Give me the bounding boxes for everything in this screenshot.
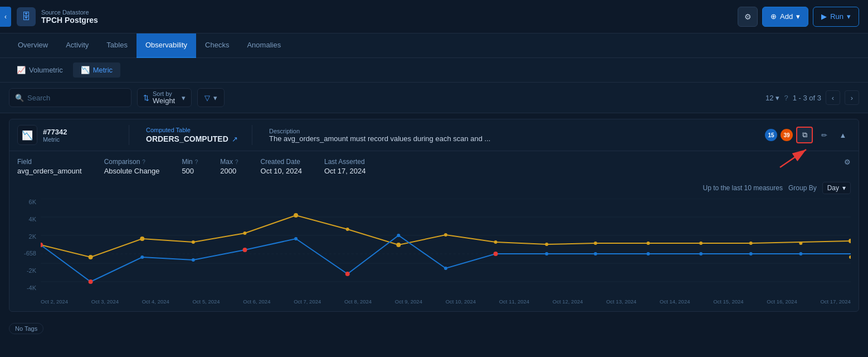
collapse-button[interactable]: ▲ xyxy=(835,127,851,143)
comparison-label: Comparison ? xyxy=(104,158,160,166)
svg-point-38 xyxy=(799,252,802,255)
add-button[interactable]: ⊕ Add ▾ xyxy=(762,7,808,27)
svg-point-36 xyxy=(699,252,703,255)
group-by-select[interactable]: Day ▾ xyxy=(822,182,851,194)
copy-button[interactable]: ⧉ xyxy=(796,127,813,143)
x-label-oct13: Oct 13, 2024 xyxy=(606,298,636,305)
filter-button[interactable]: ▽ ▾ xyxy=(197,88,225,107)
created-date-label: Created Date xyxy=(261,158,302,166)
comparison-help-icon[interactable]: ? xyxy=(142,159,145,165)
chart-y-axis: 6K 4K 2K -658 -2K -4K xyxy=(17,199,38,291)
sort-dropdown[interactable]: ⇅ Sort by Weight ▾ xyxy=(137,88,192,107)
logo-text: Source Datastore TPCH Postgres xyxy=(41,9,98,25)
help-icon[interactable]: ? xyxy=(784,94,788,102)
y-label-4k: 4K xyxy=(17,216,36,223)
page-size-value: 12 xyxy=(765,94,773,102)
min-help-icon[interactable]: ? xyxy=(195,159,198,165)
svg-point-7 xyxy=(89,255,93,259)
svg-point-31 xyxy=(444,267,447,270)
no-tags-button[interactable]: No Tags xyxy=(9,323,43,334)
x-label-oct7: Oct 7, 2024 xyxy=(294,298,321,305)
max-help-icon[interactable]: ? xyxy=(235,159,238,165)
badge-blue[interactable]: 15 xyxy=(765,129,777,141)
page-info: 1 - 3 of 3 xyxy=(793,94,821,102)
svg-point-28 xyxy=(294,237,298,240)
toolbar-right: 12 ▾ ? 1 - 3 of 3 ‹ › xyxy=(765,90,859,105)
x-label-oct14: Oct 14, 2024 xyxy=(660,298,690,305)
svg-point-37 xyxy=(749,252,753,255)
prev-page-button[interactable]: ‹ xyxy=(826,90,840,105)
field-group-max: Max ? 2000 xyxy=(220,158,238,175)
x-label-oct6: Oct 6, 2024 xyxy=(243,298,270,305)
run-label: Run xyxy=(830,12,843,21)
sort-chevron-icon: ▾ xyxy=(182,94,186,102)
tab-checks[interactable]: Checks xyxy=(196,33,238,58)
sub-tab-volumetric[interactable]: 📈 Volumetric xyxy=(9,62,71,78)
y-label-neg4k: -4K xyxy=(17,284,36,291)
x-label-oct16: Oct 16, 2024 xyxy=(767,298,797,305)
expand-link-icon[interactable]: ↗ xyxy=(232,135,238,143)
max-value: 2000 xyxy=(220,167,238,175)
tab-overview[interactable]: Overview xyxy=(9,33,57,58)
run-button[interactable]: ▶ Run ▾ xyxy=(813,7,859,27)
back-button[interactable]: ‹ xyxy=(0,7,11,27)
svg-point-24 xyxy=(89,279,93,284)
svg-point-26 xyxy=(192,258,195,262)
settings-button[interactable]: ⚙ xyxy=(738,7,758,27)
tab-tables[interactable]: Tables xyxy=(97,33,136,58)
svg-point-25 xyxy=(140,255,144,259)
gear-icon: ⚙ xyxy=(744,12,752,21)
description-label: Description xyxy=(269,128,754,134)
search-icon: 🔍 xyxy=(15,94,24,102)
next-page-button[interactable]: › xyxy=(845,90,859,105)
tab-activity[interactable]: Activity xyxy=(57,33,97,58)
x-label-oct10: Oct 10, 2024 xyxy=(446,298,476,305)
svg-point-13 xyxy=(396,243,401,247)
last-asserted-label: Last Asserted xyxy=(324,158,365,166)
svg-point-27 xyxy=(243,248,247,252)
svg-point-12 xyxy=(346,228,349,231)
svg-point-17 xyxy=(594,242,597,245)
edit-button[interactable]: ✏ xyxy=(816,127,832,143)
top-header: 🗄 Source Datastore TPCH Postgres ⚙ ⊕ Add… xyxy=(0,0,868,33)
group-by-value: Day xyxy=(827,184,839,192)
metric-type: Metric xyxy=(43,136,67,143)
x-label-oct15: Oct 15, 2024 xyxy=(713,298,743,305)
svg-point-15 xyxy=(494,240,498,244)
logo-area: 🗄 Source Datastore TPCH Postgres xyxy=(17,7,98,26)
svg-point-34 xyxy=(594,252,597,255)
svg-point-29 xyxy=(345,272,350,276)
group-by-chevron-icon: ▾ xyxy=(842,184,846,192)
tab-anomalies[interactable]: Anomalies xyxy=(238,33,290,58)
svg-point-33 xyxy=(545,252,548,255)
nav-tabs: Overview Activity Tables Observability C… xyxy=(0,33,868,58)
metric-card-header: 📉 #77342 Metric Computed Table ORDERS_CO… xyxy=(9,119,859,151)
metric-type-icon: 📉 xyxy=(17,125,37,145)
add-label: Add xyxy=(780,12,793,21)
svg-point-39 xyxy=(849,255,851,259)
source-label: Source Datastore xyxy=(41,9,98,16)
svg-point-32 xyxy=(494,252,498,256)
field-group-created-date: Created Date Oct 10, 2024 xyxy=(261,158,302,175)
adjust-icon-btn[interactable]: ⚙ xyxy=(844,158,851,166)
x-label-oct9: Oct 9, 2024 xyxy=(395,298,422,305)
x-label-oct4: Oct 4, 2024 xyxy=(142,298,169,305)
search-box[interactable]: 🔍 Search xyxy=(9,88,131,107)
collapse-icon: ▲ xyxy=(840,131,847,139)
svg-point-8 xyxy=(140,237,144,241)
tab-observability[interactable]: Observability xyxy=(136,33,196,58)
x-label-oct17: Oct 17, 2024 xyxy=(820,298,850,305)
x-label-oct11: Oct 11, 2024 xyxy=(499,298,529,305)
page-size-selector[interactable]: 12 ▾ xyxy=(765,94,779,102)
group-by-label: Group By xyxy=(788,184,817,192)
badge-orange[interactable]: 39 xyxy=(781,129,793,141)
field-group-min: Min ? 500 xyxy=(182,158,198,175)
sub-tab-metric[interactable]: 📉 Metric xyxy=(73,62,120,78)
volumetric-label: Volumetric xyxy=(29,66,63,74)
sort-icon: ⇅ xyxy=(143,94,149,102)
y-label-neg658: -658 xyxy=(17,250,36,257)
y-label-6k: 6K xyxy=(17,199,36,205)
svg-point-10 xyxy=(243,231,247,235)
metric-fields-row: Field avg_orders_amount Comparison ? Abs… xyxy=(17,158,851,175)
logo-icon: 🗄 xyxy=(17,7,36,26)
